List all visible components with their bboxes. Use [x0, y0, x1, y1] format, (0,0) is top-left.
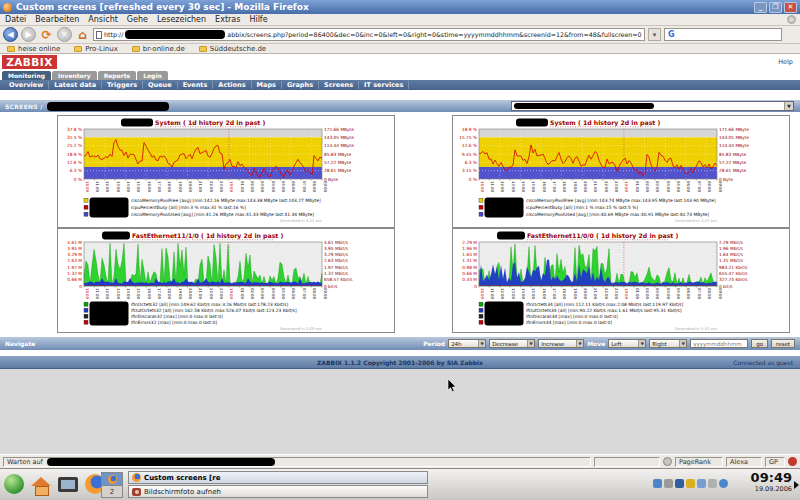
bookmark-sueddeutsche[interactable]: Süddeutsche.de	[199, 45, 266, 53]
tray-icon[interactable]	[686, 479, 695, 488]
svg-text:09:00: 09:00	[323, 181, 328, 193]
menu-bearbeiten[interactable]: Bearbeiten	[35, 15, 79, 24]
stime-input[interactable]: yyyymmddhhmm	[690, 339, 748, 348]
tray-icon[interactable]	[675, 479, 684, 488]
reload-button[interactable]: ⟳	[39, 28, 54, 42]
svg-text:2.63 M: 2.63 M	[67, 258, 82, 263]
screenshot-launcher[interactable]	[57, 473, 79, 495]
bookmark-bronline[interactable]: br-online.de	[132, 45, 185, 53]
nav-queue[interactable]: Queue	[143, 81, 178, 89]
go-page-button[interactable]: ▾	[648, 28, 661, 41]
nav-overview[interactable]: Overview	[4, 81, 49, 89]
minimize-button[interactable]: _	[754, 2, 767, 13]
stop-button[interactable]: ✕	[57, 27, 72, 42]
tray-icon[interactable]	[697, 479, 706, 488]
svg-text:15.75 %: 15.75 %	[459, 135, 477, 140]
panel-hide-arrow[interactable]	[794, 481, 799, 489]
tab-monitoring[interactable]: Monitoring	[2, 71, 51, 80]
menu-lesezeichen[interactable]: Lesezeichen	[157, 15, 206, 24]
nav-latest-data[interactable]: Latest data	[49, 81, 102, 89]
svg-text:12.6 %: 12.6 %	[67, 160, 82, 165]
svg-text:21:00: 21:00	[198, 288, 203, 300]
tray-icon[interactable]	[708, 479, 717, 488]
tray-icon[interactable]	[653, 479, 662, 488]
home-launcher[interactable]	[30, 473, 52, 495]
graph-image-0[interactable]: System ( 1d history 2d in past )37.8 %17…	[58, 116, 396, 229]
svg-text:07:00: 07:00	[302, 181, 307, 193]
firefox-icon	[108, 475, 117, 484]
svg-text:1.96 M: 1.96 M	[462, 246, 477, 251]
tab-login[interactable]: Login	[137, 71, 168, 80]
workspace-1[interactable]	[102, 473, 122, 485]
reset-button[interactable]: reset	[771, 339, 795, 348]
workspace-switcher[interactable]: 2	[101, 472, 123, 498]
go-button[interactable]: go	[751, 339, 768, 348]
close-button[interactable]: ✕	[784, 2, 797, 13]
web-browser-launcher[interactable]	[3, 473, 25, 495]
move-right-select[interactable]: Right▼	[649, 339, 687, 348]
decrease-select[interactable]: Decrease▼	[489, 339, 535, 348]
pagerank-widget[interactable]: PageRank	[675, 457, 723, 467]
url-bar[interactable]: http:// abbix/screens.php?period=86400&d…	[93, 28, 645, 41]
graph-image-3[interactable]: FastEthernet11/0/0 ( 1d history 2d in pa…	[453, 229, 791, 334]
menu-ansicht[interactable]: Ansicht	[88, 15, 118, 24]
move-left-select[interactable]: Left▼	[608, 339, 646, 348]
svg-text:22:00: 22:00	[604, 181, 609, 193]
task-screenshot-tool[interactable]: Bildschirmfoto aufneh	[128, 485, 428, 498]
tab-reports[interactable]: Reports	[98, 71, 137, 80]
nav-it-services[interactable]: IT services	[359, 81, 409, 89]
svg-text:Generated in 0.21 sec: Generated in 0.21 sec	[280, 218, 322, 223]
nav-graphs[interactable]: Graphs	[282, 81, 319, 89]
svg-text:19:00: 19:00	[573, 288, 578, 300]
svg-text:85.83 MByte: 85.83 MByte	[324, 152, 352, 157]
svg-text:06:00: 06:00	[686, 181, 691, 193]
period-select[interactable]: 24h▼	[448, 339, 486, 348]
svg-text:25.2 %: 25.2 %	[67, 143, 82, 148]
home-button[interactable]: ⌂	[75, 28, 90, 42]
task-custom-screens[interactable]: Custom screens [re	[128, 471, 428, 484]
svg-text:08:00: 08:00	[312, 288, 317, 300]
workspace-2[interactable]: 2	[102, 485, 122, 497]
graph-image-1[interactable]: System ( 1d history 2d in past )18.9 %17…	[453, 116, 791, 229]
svg-text:19.09: 19.09	[624, 288, 629, 299]
url-dropdown-arrow[interactable]: ▼	[644, 28, 645, 41]
increase-select[interactable]: Increase▼	[538, 339, 584, 348]
svg-text:08:00: 08:00	[707, 181, 712, 193]
screen-select[interactable]: ▼	[511, 101, 794, 111]
svg-text:1.97 Mbit/s: 1.97 Mbit/s	[324, 265, 349, 270]
gp-widget[interactable]: GP	[765, 457, 785, 467]
menu-datei[interactable]: Datei	[5, 15, 26, 24]
graph-panel-cpu-memory-2[interactable]: System ( 1d history 2d in past )18.9 %17…	[452, 115, 790, 228]
menu-gehe[interactable]: Gehe	[127, 15, 148, 24]
nav-actions[interactable]: Actions	[213, 81, 251, 89]
graph-image-2[interactable]: FastEthernet11/1/0 ( 1d history 2d in pa…	[58, 229, 396, 334]
menu-extras[interactable]: Extras	[215, 15, 240, 24]
graph-panel-cpu-memory-1[interactable]: System ( 1d history 2d in past )37.8 %17…	[57, 115, 395, 228]
graph-panel-traffic-2[interactable]: FastEthernet11/0/0 ( 1d history 2d in pa…	[452, 228, 790, 333]
back-button[interactable]: ◀	[3, 27, 18, 42]
nav-screens[interactable]: Screens	[319, 81, 359, 89]
svg-text:143.05 MByte: 143.05 MByte	[719, 135, 749, 140]
svg-text:19:00: 19:00	[178, 181, 183, 193]
menu-hilfe[interactable]: Hilfe	[249, 15, 267, 24]
screen-select-redaction	[514, 103, 654, 109]
forward-button[interactable]: ▶	[21, 27, 36, 42]
bookmark-heise[interactable]: heise online	[7, 45, 60, 53]
clock-applet[interactable]: 09:49 19.09.2006	[751, 471, 792, 493]
nav-triggers[interactable]: Triggers	[102, 81, 143, 89]
search-input[interactable]: G	[664, 28, 782, 41]
red-status-icon[interactable]	[788, 457, 797, 466]
tray-icon[interactable]	[719, 479, 728, 488]
svg-text:08:00: 08:00	[707, 288, 712, 300]
status-circle-icon[interactable]	[663, 457, 672, 466]
tray-icon[interactable]	[664, 479, 673, 488]
svg-text:icpuPercentBusy [all] [min:: icpuPercentBusy [all] [min:3 % max:31 % …	[131, 205, 246, 210]
graph-panel-traffic-1[interactable]: FastEthernet11/1/0 ( 1d history 2d in pa…	[57, 228, 395, 333]
tab-inventory[interactable]: Inventory	[52, 71, 97, 80]
bookmark-prolinux[interactable]: Pro-Linux	[74, 45, 118, 53]
nav-maps[interactable]: Maps	[252, 81, 282, 89]
nav-events[interactable]: Events	[178, 81, 214, 89]
maximize-button[interactable]: ❐	[769, 2, 782, 13]
help-link[interactable]: Help	[778, 58, 793, 66]
alexa-widget[interactable]: Alexa	[726, 457, 762, 467]
